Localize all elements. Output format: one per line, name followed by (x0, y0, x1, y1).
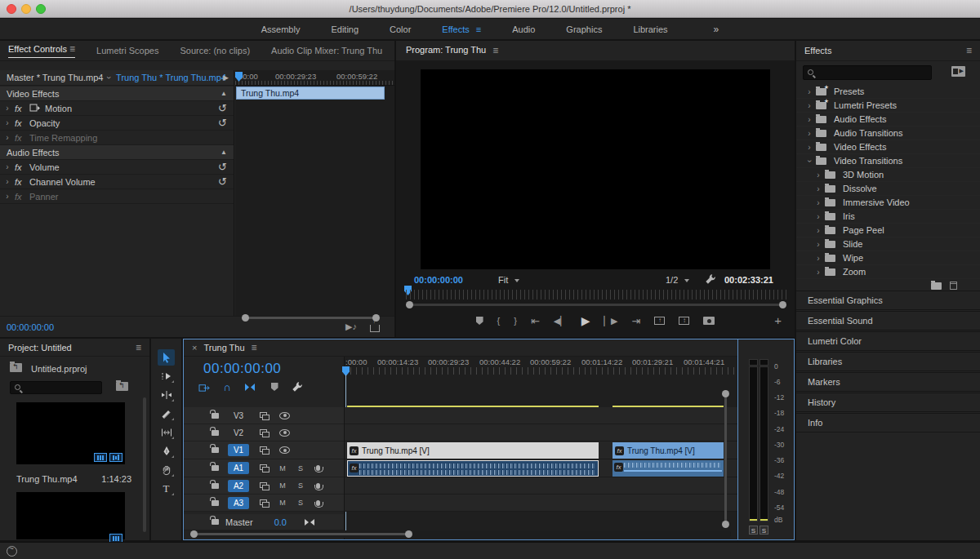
clip-nav-play-icon[interactable]: ▶ (223, 73, 229, 82)
voiceover-mic-icon[interactable] (316, 483, 320, 489)
solo-button[interactable]: S (296, 499, 305, 507)
track-header-v1[interactable]: V1 (184, 441, 344, 459)
expand-chevron-icon[interactable]: › (813, 212, 823, 221)
export-icon[interactable]: ↑ (370, 325, 380, 332)
effect-controls-hscrollbar[interactable] (242, 314, 380, 322)
effect-row-volume[interactable]: › fx Volume ↺ (0, 160, 234, 175)
project-search-input[interactable] (10, 381, 102, 394)
export-frame-button[interactable] (703, 317, 715, 325)
scrollbar-handle[interactable] (779, 301, 786, 308)
tree-item-presets[interactable]: ›Presets (796, 85, 980, 99)
track-target-v1[interactable]: V1 (228, 444, 249, 456)
lock-icon[interactable] (212, 447, 219, 453)
extract-button[interactable]: ↕ (679, 317, 689, 325)
timeline-ruler[interactable] (345, 367, 738, 375)
master-clip-label[interactable]: Master * Trung Thu.mp4 (7, 73, 103, 82)
effect-row-panner[interactable]: › fx Panner (0, 189, 234, 204)
workspace-menu-icon[interactable]: ≡ (476, 24, 481, 34)
expand-chevron-icon[interactable]: › (813, 254, 823, 263)
step-forward-button[interactable]: ▏▶ (604, 316, 618, 326)
settings-wrench-icon[interactable] (705, 273, 716, 285)
track-a3-lane[interactable] (345, 495, 738, 512)
eye-icon[interactable] (279, 446, 290, 454)
eye-icon[interactable] (279, 412, 290, 419)
lock-icon[interactable] (212, 465, 219, 471)
tree-item-video-effects[interactable]: ›Video Effects (796, 140, 980, 154)
lock-icon[interactable] (212, 413, 219, 419)
delete-icon[interactable] (950, 282, 957, 290)
clip-thumbnail[interactable] (16, 402, 125, 464)
project-root-folder-icon[interactable] (10, 363, 22, 372)
effect-controls-clip-bar[interactable]: Trung Thu.mp4 (236, 87, 385, 100)
tree-item-page-peel[interactable]: ›Page Peel (796, 224, 980, 237)
tree-item-3d-motion[interactable]: ›3D Motion (796, 168, 980, 182)
add-marker-button[interactable] (476, 317, 483, 325)
sync-lock-icon[interactable] (260, 499, 269, 507)
solo-button[interactable]: S (296, 464, 305, 472)
panel-tab-info[interactable]: Info (796, 413, 980, 433)
timeline-settings-wrench-icon[interactable] (290, 380, 305, 393)
workspace-tab-graphics[interactable]: Graphics (566, 24, 602, 34)
mute-button[interactable]: M (278, 481, 287, 490)
expand-chevron-icon[interactable]: › (813, 240, 823, 249)
effect-row-opacity[interactable]: › fx Opacity ↺ (0, 116, 234, 131)
sync-lock-icon[interactable] (260, 412, 269, 419)
solo-button[interactable]: S (296, 481, 305, 490)
tab-lumetri-scopes[interactable]: Lumetri Scopes (96, 46, 158, 55)
expand-chevron-icon[interactable]: › (813, 198, 823, 207)
effect-controls-timecode[interactable]: 00:00:00:00 (7, 322, 54, 332)
track-target-a2[interactable]: A2 (228, 480, 249, 492)
expand-chevron-icon[interactable]: › (804, 101, 814, 110)
effects-bin-filter-icon[interactable] (951, 66, 965, 77)
sync-lock-icon[interactable] (260, 464, 269, 472)
voiceover-mic-icon[interactable] (316, 465, 320, 471)
voiceover-mic-icon[interactable] (316, 500, 320, 506)
go-to-out-button[interactable]: ⇥ (632, 315, 641, 327)
track-header-a2[interactable]: A2MS (184, 477, 344, 495)
lock-icon[interactable] (212, 500, 219, 506)
creative-cloud-sync-icon[interactable] (7, 546, 17, 557)
video-clip-2[interactable]: fx Trung Thu.mp4 [V] (612, 442, 724, 459)
panel-menu-icon[interactable]: ≡ (492, 45, 498, 56)
workspace-tab-color[interactable]: Color (390, 24, 411, 34)
effects-search-input[interactable] (803, 65, 932, 80)
go-to-in-button[interactable]: ⇤ (531, 315, 540, 327)
track-v3-lane[interactable] (345, 407, 738, 424)
expand-chevron-icon[interactable]: › (813, 268, 823, 277)
expand-chevron-icon[interactable]: › (0, 133, 15, 142)
panel-tab-history[interactable]: History (796, 393, 980, 412)
track-target-a1[interactable]: A1 (228, 462, 249, 474)
project-vscrollbar[interactable] (143, 397, 146, 532)
tree-item-iris[interactable]: ›Iris (796, 210, 980, 224)
expand-chevron-icon[interactable]: › (0, 177, 15, 186)
video-effects-section[interactable]: Video Effects ▲ (0, 87, 234, 101)
sequence-clip-label[interactable]: Trung Thu * Trung Thu.mp4 (116, 73, 226, 82)
project-panel-title[interactable]: Project: Untitled (8, 343, 72, 353)
chevron-down-icon[interactable]: › (105, 76, 114, 79)
maximize-window-button[interactable] (36, 4, 46, 14)
expand-chevron-icon[interactable]: › (813, 184, 823, 193)
tree-item-audio-effects[interactable]: ›Audio Effects (796, 113, 980, 126)
tree-item-immersive-video[interactable]: ›Immersive Video (796, 196, 980, 210)
button-editor-plus[interactable]: + (774, 313, 782, 327)
lock-icon[interactable] (212, 483, 219, 489)
program-hscrollbar[interactable] (406, 301, 786, 308)
mute-button[interactable]: M (278, 464, 287, 472)
hand-tool[interactable] (158, 462, 175, 478)
add-marker-icon[interactable] (267, 380, 282, 393)
effect-row-motion[interactable]: › fx Motion ↺ (0, 101, 234, 116)
expand-chevron-icon[interactable]: › (813, 226, 823, 235)
tab-audio-clip-mixer[interactable]: Audio Clip Mixer: Trung Thu (271, 46, 382, 55)
pen-tool[interactable] (158, 443, 175, 459)
step-back-button[interactable]: ◀▏ (554, 316, 568, 326)
collapse-icon[interactable]: ▲ (220, 149, 227, 156)
panel-menu-icon[interactable]: ≡ (136, 342, 141, 353)
video-clip-1-selected[interactable]: fx Trung Thu.mp4 [V] (347, 442, 599, 459)
razor-tool[interactable] (158, 406, 175, 422)
expand-chevron-icon[interactable]: › (804, 115, 814, 124)
track-target-v2[interactable]: V2 (228, 427, 249, 439)
track-header-a3[interactable]: A3MS (184, 495, 344, 512)
panel-tab-essential-graphics[interactable]: Essential Graphics (796, 291, 980, 310)
reset-effect-icon[interactable]: ↺ (218, 104, 227, 113)
master-volume-value[interactable]: 0.0 (274, 517, 287, 527)
